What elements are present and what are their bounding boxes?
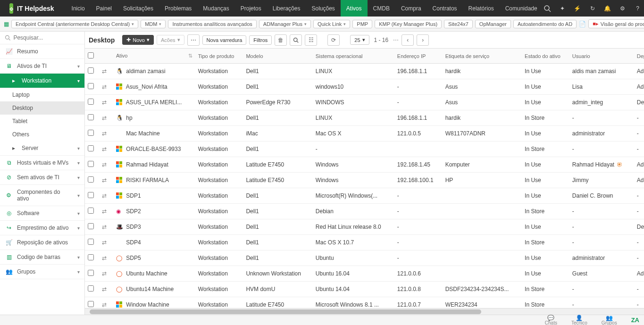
sidebar-item-grupos[interactable]: 👥Grupos▾ — [0, 265, 84, 279]
module-icon[interactable]: ▦ — [4, 19, 9, 29]
footer-groups[interactable]: 👥Grupos — [602, 315, 617, 325]
nav-soluções[interactable]: Soluções — [306, 0, 340, 17]
note-icon[interactable]: 📄 — [579, 19, 586, 29]
actions-button[interactable]: Acões ▾ — [157, 35, 184, 45]
new-scan-button[interactable]: Nova varredura — [202, 35, 247, 45]
chip-mdm[interactable]: MDM▾ — [141, 20, 166, 28]
relationship-icon[interactable]: ⇄ — [102, 115, 107, 121]
nav-painel[interactable]: Painel — [91, 0, 117, 17]
col-etiqueta-de-serviço[interactable]: Etiqueta de serviço — [443, 49, 522, 64]
columns-icon[interactable]: ☷ — [305, 34, 317, 46]
sidebar-item-reposição-de-ativos[interactable]: 🛒Reposição de ativos — [0, 235, 84, 250]
table-row[interactable]: ⇄🐧 aldiman zamasiWorkstationDell1LINUX19… — [85, 64, 644, 79]
row-checkbox[interactable] — [88, 223, 94, 229]
nav-liberações[interactable]: Liberações — [267, 0, 306, 17]
relationship-icon[interactable]: ⇄ — [102, 286, 107, 292]
row-checkbox[interactable] — [88, 254, 94, 260]
nav-ativos[interactable]: Ativos — [341, 0, 368, 17]
next-page-icon[interactable]: › — [417, 34, 429, 46]
chip-autoatendimento-do-a[interactable]: Autoatendimento do AD — [513, 20, 577, 28]
table-row[interactable]: ⇄ SDP4WorkstationDell1Mac OS X 10.7-In S… — [85, 235, 644, 250]
table-row[interactable]: ⇄ ASUS_ULFA MERLI...WorkstationPowerEdge… — [85, 95, 644, 110]
bell-icon[interactable]: 🔔 — [603, 4, 612, 13]
sidebar-sub-tablet[interactable]: Tablet — [0, 115, 84, 128]
row-checkbox[interactable] — [88, 285, 94, 292]
sidebar-item-workstation[interactable]: ▸Workstation▾ — [0, 74, 84, 88]
sidebar-item-hosts-virtuais-e-mvs[interactable]: ⧉Hosts virtuais e MVs▾ — [0, 156, 84, 170]
row-checkbox[interactable] — [88, 208, 94, 214]
sidebar-item-ativos-de-ti[interactable]: 🖥Ativos de TI▾ — [0, 59, 84, 74]
table-row[interactable]: ⇄◯ Ubuntu MachineWorkstationUnknown Work… — [85, 266, 644, 282]
nav-projetos[interactable]: Projetos — [235, 0, 267, 17]
table-row[interactable]: ⇄◯ Ubuntu14 MachineWorkstationHVM domUUb… — [85, 282, 644, 297]
table-row[interactable]: ⇄ Asus_Novi AfritaWorkstationDell1window… — [85, 79, 644, 95]
table-row[interactable]: ⇄ RISKI FARMALAWorkstationLatitude E7450… — [85, 173, 644, 188]
relationship-icon[interactable]: ⇄ — [102, 192, 107, 199]
table-row[interactable]: ⇄◉ SDP2WorkstationDell1Debian-In Store-- — [85, 204, 644, 219]
col-endereço-ip[interactable]: Endereço IP — [394, 49, 443, 64]
relationship-icon[interactable]: ⇄ — [102, 68, 107, 75]
table-row[interactable]: ⇄ Mac MachineWorkstationiMacMac OS X121.… — [85, 126, 644, 142]
col-modelo[interactable]: Modelo — [243, 49, 312, 64]
delete-icon[interactable]: 🗑 — [275, 34, 287, 46]
table-wrap[interactable]: Ativo ⇅Tipo de produtoModeloSistema oper… — [85, 49, 644, 308]
row-checkbox[interactable] — [88, 114, 94, 120]
toolbar-search-icon[interactable] — [290, 34, 302, 46]
col-col0[interactable] — [85, 49, 99, 64]
table-row[interactable]: ⇄🐧 hpWorkstationDell1LINUX196.168.1.1har… — [85, 110, 644, 126]
col-col1[interactable] — [99, 49, 113, 64]
nav-cmdb[interactable]: CMDB — [368, 0, 395, 17]
col-sistema-operacional[interactable]: Sistema operacional — [313, 49, 394, 64]
relationship-icon[interactable]: ⇄ — [102, 208, 107, 215]
sidebar-item-componentes-do-ativo[interactable]: ⚙Componentes do ativo▾ — [0, 185, 84, 206]
chip-admanager-plus[interactable]: ADManager Plus▾ — [259, 20, 311, 28]
refresh-icon[interactable]: ⟳ — [327, 34, 340, 46]
filters-button[interactable]: Filtros — [249, 35, 272, 45]
search-icon[interactable] — [543, 4, 552, 13]
overview-video-chip[interactable]: ■▸ Visão geral do produto — [588, 19, 644, 28]
more-icon[interactable]: ⋯ — [187, 34, 200, 46]
sidebar-search[interactable] — [0, 32, 84, 44]
table-row[interactable]: ⇄ Window MachineWorkstationLatitude E745… — [85, 297, 644, 308]
row-checkbox[interactable] — [88, 161, 94, 167]
bolt-icon[interactable]: ⚡ — [573, 4, 582, 13]
page-size-button[interactable]: 25 ▾ — [350, 35, 369, 45]
table-row[interactable]: ⇄🎩 SDP3WorkstationDell1Red Hat Linux rel… — [85, 219, 644, 235]
row-checkbox[interactable] — [88, 145, 94, 151]
sidebar-item-sem-ativos-de-ti[interactable]: ⊘Sem ativos de TI▾ — [0, 170, 84, 185]
relationship-icon[interactable]: ⇄ — [102, 270, 107, 277]
footer-technician[interactable]: 👤Tecnico — [571, 315, 587, 325]
relationship-icon[interactable]: ⇄ — [102, 99, 107, 106]
col-tipo-de-produto[interactable]: Tipo de produto — [195, 49, 243, 64]
sidebar-sub-laptop[interactable]: Laptop — [0, 88, 84, 101]
relationship-icon[interactable]: ⇄ — [102, 146, 107, 152]
relationship-icon[interactable]: ⇄ — [102, 239, 107, 246]
table-row[interactable]: ⇄ SDP1WorkstationDell1Microsoft(R) Windo… — [85, 188, 644, 204]
nav-solicitações[interactable]: Solicitações — [117, 0, 159, 17]
footer-za[interactable]: Z⁠A — [631, 317, 639, 323]
relationship-icon[interactable]: ⇄ — [102, 177, 107, 183]
col-departamento[interactable]: Departamento — [634, 49, 644, 64]
prev-page-icon[interactable]: ‹ — [401, 34, 414, 46]
new-button[interactable]: ✚ Novo ▾ — [122, 35, 154, 45]
chip-endpoint-central-ant[interactable]: Endpoint Central (anteriormente Desktop … — [11, 20, 138, 28]
horizontal-scrollbar[interactable] — [85, 308, 644, 315]
sidebar-item-server[interactable]: ▸Server▾ — [0, 141, 84, 156]
help-icon[interactable]: ? — [634, 4, 642, 13]
nav-mudanças[interactable]: Mudanças — [197, 0, 234, 17]
recent-icon[interactable]: ↻ — [588, 4, 597, 13]
chip-pmp[interactable]: PMP — [352, 20, 372, 28]
table-row[interactable]: ⇄ Rahmad HidayatWorkstationLatitude E745… — [85, 157, 644, 173]
row-checkbox[interactable] — [88, 192, 94, 198]
chip-instrumentos-anal-ti[interactable]: Instrumentos analíticos avançados — [168, 20, 256, 28]
sidebar-item-codigo-de-barras[interactable]: ▥Codigo de barras▾ — [0, 250, 84, 265]
gear-icon[interactable]: ⚙ — [619, 4, 627, 13]
nav-contratos[interactable]: Contratos — [427, 0, 463, 17]
nav-relatórios[interactable]: Relatórios — [463, 0, 500, 17]
chip-quick-link[interactable]: Quick Link▾ — [313, 20, 350, 28]
sidebar-item-emprestimo-de-ativo[interactable]: ↪Emprestimo de ativo▾ — [0, 221, 84, 235]
nav-problemas[interactable]: Problemas — [159, 0, 197, 17]
row-checkbox[interactable] — [88, 99, 94, 105]
sidebar-item-software[interactable]: ◎Software▾ — [0, 206, 84, 221]
row-checkbox[interactable] — [88, 67, 94, 74]
